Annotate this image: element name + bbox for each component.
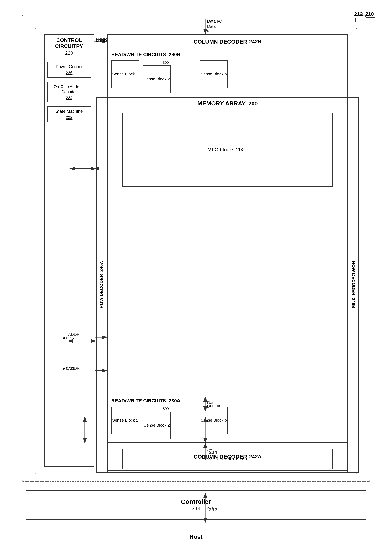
power-control-number: 226 <box>49 70 89 75</box>
sense-block-b-p: Sense Block p <box>200 60 228 88</box>
column-decoder-a-title: COLUMN DECODER <box>194 454 247 460</box>
on-chip-decoder-title: On-Chip Address Decoder <box>49 84 89 95</box>
state-machine-number: 222 <box>49 115 89 120</box>
column-decoder-a-box: COLUMN DECODER 242A <box>107 443 348 471</box>
sense-block-b-1: Sense Block 1 <box>111 60 139 88</box>
sense-block-b-2: Sense Block 2 <box>143 65 171 93</box>
rw-circuits-b-box: READ/WRITE CIRCUITS 230B Sense Block 1 3… <box>107 49 348 97</box>
sense-block-a-p: Sense Block p <box>200 406 228 434</box>
power-control-box: Power Control 226 <box>47 62 91 78</box>
page: 212 210 CONTROL CIRCUITRY 220 Power Cont… <box>11 7 381 545</box>
row-decoder-b-box: ROW DECODER 240B <box>348 97 359 473</box>
on-chip-decoder-box: On-Chip Address Decoder 224 <box>47 82 91 103</box>
column-decoder-b-title: COLUMN DECODER <box>194 39 247 45</box>
row-decoder-b-text: ROW DECODER 240B <box>351 261 356 308</box>
controller-title: Controller <box>181 498 211 505</box>
sense-block-a-2: Sense Block 2 <box>143 412 171 439</box>
sense-dots-a: .......... <box>174 406 196 424</box>
rw-circuits-a-title-group: READ/WRITE CIRCUITS 230A <box>111 398 344 404</box>
mlc-blocks-box: MLC blocks 202a <box>122 113 333 187</box>
addr-top-text: ADDR <box>95 39 107 43</box>
column-decoder-b-box: COLUMN DECODER 242B <box>107 34 348 49</box>
rw-circuits-b-title: READ/WRITE CIRCUITS 230B <box>111 52 344 57</box>
controller-box: Controller 244 <box>26 490 366 520</box>
power-control-title: Power Control <box>49 64 89 70</box>
row-decoder-a-text: ROW DECODER 240A <box>99 261 104 308</box>
sense-block-a-1: Sense Block 1 <box>111 406 139 434</box>
sense-300-a-label: 300 <box>163 406 169 411</box>
data-io-bottom-label: Data I/O <box>207 404 222 408</box>
on-chip-decoder-number: 224 <box>49 95 89 100</box>
data-io-top-label: Data I/O <box>207 19 222 24</box>
state-machine-box: State Machine 222 <box>47 106 91 122</box>
addr-rw-a-label: ADDR <box>63 336 75 341</box>
sense-dots-b: .......... <box>174 60 196 77</box>
memory-array-title-group: MEMORY ARRAY 200 <box>108 100 347 107</box>
control-circuitry-box: CONTROL CIRCUITRY 220 Power Control 226 … <box>44 34 94 467</box>
row-decoder-a-box: ROW DECODER 240A <box>96 97 107 473</box>
control-circuitry-number: 220 <box>65 50 73 56</box>
column-decoder-a-number: 242A <box>249 454 262 460</box>
controller-number: 244 <box>191 505 201 512</box>
host-label: Host <box>189 533 203 540</box>
mlc-blocks-number: 202a <box>236 147 247 153</box>
addr-col-a-label: ADDR <box>63 367 75 371</box>
control-circuitry-title: CONTROL CIRCUITRY <box>45 37 94 49</box>
column-decoder-b-number: 242B <box>249 39 262 45</box>
sense-300-b-label: 300 <box>163 60 169 65</box>
mlc-blocks-text: MLC blocks <box>208 147 235 153</box>
state-machine-title: State Machine <box>49 109 89 114</box>
memory-array-title: MEMORY ARRAY <box>197 100 246 107</box>
rw-circuits-a-box: READ/WRITE CIRCUITS 230A Sense Block 1 3… <box>107 395 348 443</box>
memory-array-number: 200 <box>248 100 258 106</box>
